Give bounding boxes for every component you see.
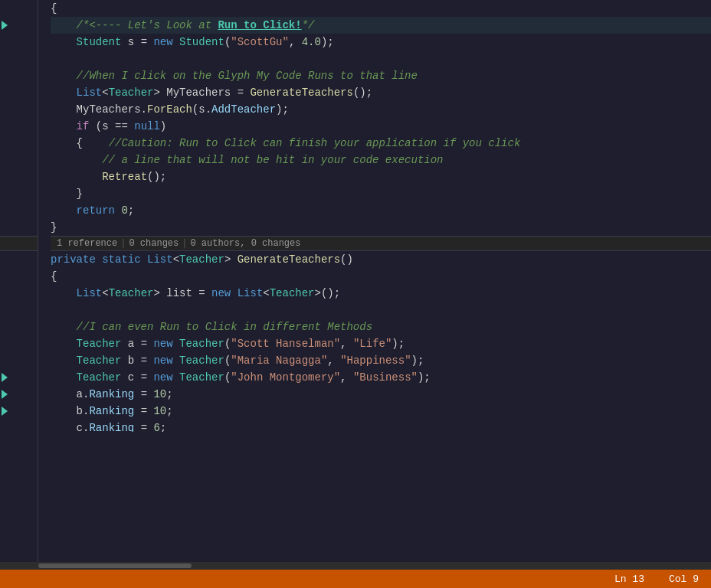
token: ForEach — [147, 101, 192, 118]
token: (s == — [89, 118, 134, 135]
token: ; — [160, 420, 166, 432]
token: ); — [392, 335, 405, 352]
gutter-line — [0, 268, 38, 285]
token — [51, 168, 102, 185]
token: > — [153, 84, 159, 101]
gutter-line — [0, 420, 38, 436]
code-line: { — [51, 0, 711, 17]
token: ); — [411, 352, 424, 369]
code-line: if (s == null) — [51, 118, 711, 135]
token: Teacher — [77, 352, 122, 369]
token: < — [102, 285, 108, 302]
gutter-line — [0, 185, 38, 202]
token — [231, 251, 237, 268]
code-line: List<Teacher> list = new List<Teacher>()… — [51, 285, 711, 302]
token: ( — [224, 335, 231, 352]
reference-bar: 1 reference | 0 changes | 0 authors, 0 c… — [51, 236, 711, 251]
code-line: Retreat(); — [51, 168, 711, 185]
token: Teacher — [109, 285, 154, 302]
token: Student — [179, 34, 224, 51]
gutter-line — [0, 101, 38, 118]
token: "John Montgomery" — [231, 369, 340, 386]
gutter-line — [0, 436, 38, 453]
token: Teacher — [179, 335, 224, 352]
gutter-line — [0, 318, 38, 335]
gutter-line-run4[interactable] — [0, 403, 38, 420]
token: new — [153, 369, 172, 386]
token: "ScottGu" — [231, 34, 289, 51]
token: "Business" — [353, 369, 418, 386]
token — [51, 202, 77, 219]
gutter-line-run2[interactable] — [0, 369, 38, 386]
scrollbar-thumb[interactable] — [38, 564, 192, 568]
token: Teacher — [270, 285, 315, 302]
token: AddTeacher — [211, 101, 276, 118]
col-indicator: Col 9 — [669, 573, 699, 585]
token: 0 — [121, 202, 127, 219]
gutter-line — [0, 152, 38, 168]
token: Teacher — [77, 335, 122, 352]
token: MyTeachers = — [160, 84, 251, 101]
token: c. — [51, 420, 89, 432]
token: List — [77, 285, 103, 302]
run-to-click-indicator-4[interactable] — [2, 407, 8, 416]
token: Ranking — [89, 420, 134, 432]
token: < — [102, 84, 108, 101]
token: Student — [77, 34, 122, 51]
token: () — [340, 251, 353, 268]
code-line-teacher-b: Teacher b = new Teacher("Maria Nagagga",… — [51, 352, 711, 369]
token: ); — [418, 369, 431, 386]
token: new — [211, 285, 231, 302]
token: //When I click on the Glyph My Code Runs… — [51, 67, 418, 84]
code-line: Student s = new Student("ScottGu", 4.0); — [51, 34, 711, 51]
token — [51, 352, 77, 369]
token: Ranking — [89, 403, 134, 420]
token: List — [238, 285, 264, 302]
token: new — [153, 335, 172, 352]
token: Ranking — [89, 386, 134, 403]
gutter-line — [0, 135, 38, 152]
status-bar: Ln 13 Col 9 — [0, 570, 711, 588]
ln-indicator: Ln 13 — [614, 573, 644, 585]
token: Retreat — [102, 168, 147, 185]
token — [96, 251, 102, 268]
ref-sep-2: | — [182, 238, 187, 249]
token — [51, 335, 77, 352]
token: a. — [51, 386, 89, 403]
token: "Scott Hanselman" — [231, 335, 340, 352]
token: s = — [121, 34, 153, 51]
token: //I can even Run to Click in different M… — [51, 318, 372, 335]
gutter-line-run3[interactable] — [0, 386, 38, 403]
token: { — [51, 0, 57, 17]
token: 6 — [153, 420, 159, 432]
token: */ — [302, 17, 315, 34]
run-to-click-indicator-3[interactable] — [2, 390, 8, 399]
run-to-click-indicator[interactable] — [2, 21, 8, 30]
token: } — [51, 185, 83, 202]
token: GenerateTeachers — [238, 251, 340, 268]
token: static — [102, 251, 140, 268]
token: (); — [147, 168, 166, 185]
token: ; — [166, 403, 172, 420]
token: "Happiness" — [340, 352, 411, 369]
token — [51, 285, 77, 302]
gutter-line — [0, 453, 38, 470]
token: 10 — [153, 403, 166, 420]
horizontal-scrollbar[interactable] — [0, 562, 711, 570]
token: ; — [166, 386, 172, 403]
token — [51, 369, 77, 386]
run-to-click-indicator-2[interactable] — [2, 373, 8, 382]
token — [115, 202, 121, 219]
gutter-line-run[interactable] — [0, 17, 38, 34]
gutter-line — [0, 168, 38, 185]
token: ) — [160, 118, 166, 135]
gutter-line — [0, 34, 38, 51]
gutter-line — [0, 118, 38, 135]
token — [51, 84, 77, 101]
token: if — [77, 118, 90, 135]
code-line: //When I click on the Glyph My Code Runs… — [51, 67, 711, 84]
code-line: { — [51, 268, 711, 285]
token: ( — [224, 369, 231, 386]
token: list = — [160, 285, 211, 302]
line-gutter — [0, 0, 38, 562]
